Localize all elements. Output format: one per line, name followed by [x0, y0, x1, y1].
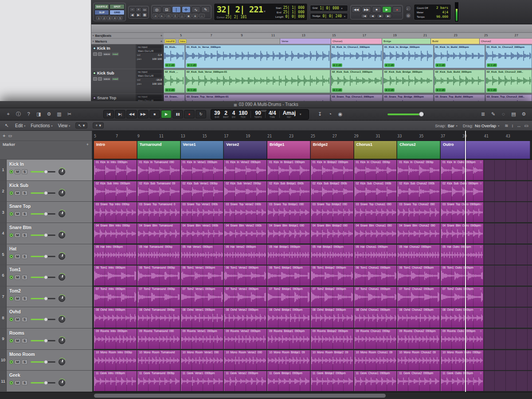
edit-option-button[interactable]: ▭ — [166, 14, 172, 18]
menu-functions[interactable]: Functions▾ — [31, 123, 52, 128]
count-off-display[interactable]: Count Off2 bars — [417, 6, 448, 10]
edit-option-button[interactable]: ⊞ — [192, 14, 198, 18]
track-header-kick-in[interactable]: Kick Inwavereadno inputMain Out L/Rvol-1… — [91, 44, 164, 69]
edit-option-button[interactable]: ↔ — [199, 14, 205, 18]
marker-section-turnaround[interactable]: Turnaround — [137, 141, 180, 159]
audio-region[interactable]: 01_Kick_In_Bridge1_090bpm — [267, 160, 310, 180]
marker-build[interactable]: Build — [430, 39, 479, 44]
audio-region[interactable]: 06_Tom1_Turnaround_090bp — [137, 266, 180, 286]
mode-spot-button[interactable]: SPOT — [110, 4, 124, 9]
tempo-display[interactable]: Tempo90.000 — [417, 15, 448, 19]
track-on-button[interactable] — [9, 254, 13, 258]
audio-region[interactable]: 08_Ovhd_Outro_090bpm○ — [441, 308, 484, 328]
vertical-zoom-icon[interactable]: ↕ — [512, 123, 514, 128]
audio-region[interactable]: 02_Kick_Sub_Verse2_090bp — [224, 181, 267, 201]
zoom-preset-button[interactable]: 1 — [96, 16, 101, 20]
io-assignment[interactable]: no input — [137, 95, 162, 98]
track-mute-button[interactable]: M — [15, 211, 20, 216]
locate-button[interactable]: ▶| — [385, 14, 392, 18]
audio-region[interactable]: 10_Mono_Room_Verse2_090 — [224, 350, 267, 370]
tuner-icon[interactable]: ◔ — [325, 110, 335, 118]
audio-region[interactable]: 08_Ovhd_Turnaround_090bp — [137, 308, 180, 328]
zoom-preset-button[interactable]: 3 — [107, 16, 112, 20]
audio-region[interactable]: 02_Kick_..⊕ 0 dB — [164, 70, 185, 93]
track-volume-slider[interactable] — [31, 192, 55, 194]
stop-button[interactable]: ■ — [372, 6, 381, 13]
audio-region[interactable]: 07_Tom2_Chorus2_090bpm — [397, 287, 440, 307]
audio-region[interactable]: 10_Mono_Room_Bridge2_09 — [311, 350, 354, 370]
pan-knob[interactable] — [59, 253, 65, 260]
audio-region[interactable]: 02_Kick_Sub_Bridge_090bpm⊕ 0 dB — [383, 70, 434, 93]
zoom-presets-icon[interactable]: ▭ — [524, 123, 528, 128]
audio-region[interactable]: 03_Snare_Top_Chorus1_090bpm⊕ 0 dB — [331, 94, 383, 101]
marker-intro[interactable]: Intro — [179, 39, 187, 43]
zoom-preset-button[interactable]: 4 — [112, 16, 117, 20]
audio-region[interactable]: 07_Tom2_Outro_090bpm○ — [441, 287, 484, 307]
region-loop-handle[interactable]: ○ — [480, 351, 482, 354]
track-on-button[interactable] — [9, 381, 13, 385]
metronome-button[interactable]: ♩ — [405, 5, 411, 12]
pan-knob[interactable] — [59, 295, 65, 302]
audio-region[interactable]: 01_Kick_In_Build_090bpm⊕ 0 dB — [434, 45, 485, 68]
read-selector[interactable]: read — [112, 52, 119, 56]
track-solo-button[interactable]: S — [22, 191, 27, 196]
pointer-tool-icon[interactable]: ↖ — [4, 121, 10, 130]
audio-region[interactable]: 09_Rooms_Outro_090bpm○ — [441, 329, 484, 349]
quick-help-icon[interactable]: ? — [24, 110, 33, 118]
audio-region[interactable]: 07_Tom2_Bridge1_090bpm — [267, 287, 310, 307]
track-on-button[interactable] — [9, 212, 13, 216]
track-header-tom2[interactable]: 7Tom2MS — [0, 286, 92, 308]
audio-region[interactable]: 03_Snare_Top_Verse_090bpm-01⊕ 0 dB — [185, 94, 330, 101]
lcd-display[interactable]: 39BAR 2BEAT 4DIV 180TICK KEEP90TEMPO 4/4… — [211, 109, 309, 120]
scrubber-tool[interactable]: ∿ — [192, 6, 200, 13]
pan-knob[interactable] — [59, 379, 65, 386]
duplicate-track-button[interactable]: ▭ — [8, 133, 12, 138]
marker-section-verse1[interactable]: Verse1 — [181, 141, 224, 159]
audio-region[interactable]: 08_Ovhd_Intro_090bpm — [94, 308, 137, 328]
marker-chorus2[interactable]: Chorus2 — [479, 39, 532, 44]
region-loop-handle[interactable]: ○ — [480, 287, 482, 290]
play-button[interactable]: ▶ — [382, 6, 391, 13]
add-track-button[interactable]: + — [3, 133, 5, 138]
audio-region[interactable]: 02_Kick_Sub_Build_090bpm⊕ 0 dB — [434, 70, 485, 93]
menu-view[interactable]: View▾ — [58, 123, 70, 128]
audio-region[interactable]: 04_Snare_Btm_Chorus1_090 — [354, 223, 397, 243]
preferences-icon[interactable]: ⚙ — [44, 110, 54, 118]
menu-edit[interactable]: Edit▾ — [15, 123, 25, 128]
go-begin-button[interactable]: |◀ — [103, 110, 114, 118]
audio-region[interactable]: 02_Kick_Sub_Verse_090bpm-01⊕ 0 dB — [185, 70, 330, 93]
audio-region[interactable]: 05_Hat_Intro_090bpm — [94, 245, 137, 265]
marker-section-bridge2[interactable]: Bridge2 — [311, 141, 354, 159]
track-solo-button[interactable]: S — [22, 169, 27, 174]
track-on-button[interactable] — [9, 360, 13, 364]
track-solo-button[interactable]: S — [22, 338, 27, 343]
track-on-button[interactable] — [9, 233, 13, 237]
audio-region[interactable]: 11_Geek_Verse1_090bpm — [181, 371, 224, 391]
track-mute-button[interactable]: M — [15, 338, 20, 343]
track-mini-button[interactable] — [98, 52, 102, 56]
pan-knob[interactable] — [59, 211, 65, 217]
track-mini-button[interactable] — [93, 52, 97, 56]
master-volume-slider[interactable] — [387, 113, 425, 115]
audio-region[interactable]: 03_Snare..⊕ 0 dB — [164, 94, 185, 101]
browsers-icon[interactable]: ▤ — [509, 110, 518, 118]
marker-bridge[interactable]: Bridge — [382, 39, 430, 44]
pan-knob[interactable] — [59, 316, 65, 323]
command-click-tool-menu[interactable]: + ▾ — [93, 122, 104, 129]
track-on-button[interactable] — [9, 275, 13, 279]
audio-region[interactable]: 09_Rooms_Bridge1_090bpm — [267, 329, 310, 349]
play-button[interactable]: ▶ — [161, 110, 172, 118]
audio-region[interactable]: 11_Geek_Turnaround_090bp — [137, 371, 180, 391]
volume-thumb[interactable] — [419, 112, 424, 117]
audio-region[interactable]: 06_Tom1_Verse2_090bpm — [224, 266, 267, 286]
marker-introfill[interactable]: IntroFill — [164, 39, 176, 43]
audio-region[interactable]: 02_Kick_Sub_Chorus2_090..⊕ 0 dB — [485, 70, 532, 93]
track-header-kick-sub[interactable]: Kick Subwavereadno inputMain Out L/Rvol-… — [91, 69, 164, 94]
info-icon[interactable]: ⓘ — [14, 110, 23, 118]
audio-region[interactable]: 03_Snare_Top_Verse1_090b — [181, 202, 224, 222]
audio-region[interactable]: 09_Rooms_Bridge2_090bpm — [311, 329, 354, 349]
audio-region[interactable]: 02_Kick_Sub_Chorus1_090b — [354, 181, 397, 201]
audio-region[interactable]: 11_Geek_Chorus1_090bpm — [354, 371, 397, 391]
track-header-snare-top[interactable]: Snare Topwavereadno inputMain Out L/Rvol… — [91, 94, 164, 101]
horizontal-scrollbar[interactable] — [0, 392, 532, 399]
